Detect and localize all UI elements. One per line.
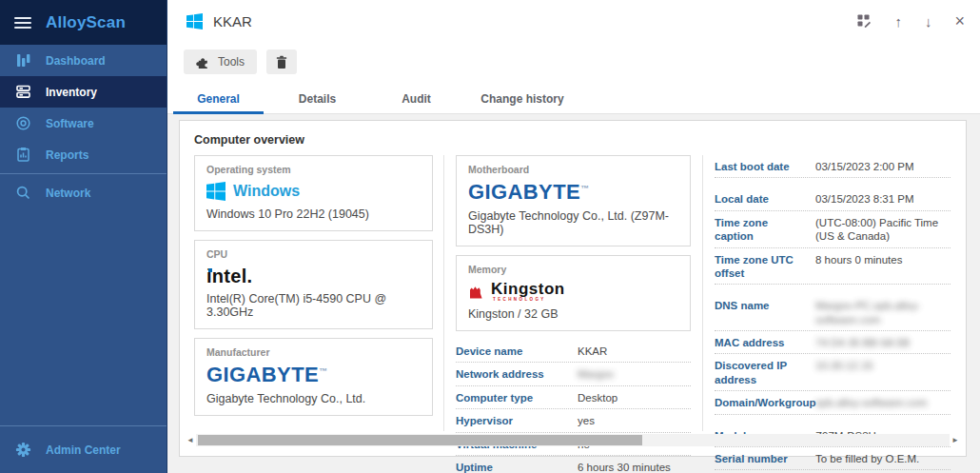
table-row: Hypervisor yes (456, 409, 691, 432)
tools-button-label: Tools (218, 55, 245, 69)
clipboard-chart-icon (15, 147, 31, 163)
details-group-network: DNS name Margov-PC.spb.alloy-software.co… (715, 294, 951, 414)
redacted-value: 74 D4 35 BB 6A 5B (815, 336, 951, 349)
table-row: DNS name Margov-PC.spb.alloy-software.co… (715, 294, 951, 331)
sidebar-item-dashboard[interactable]: Dashboard (0, 45, 167, 76)
manufacturer-text: Gigabyte Technology Co., Ltd. (206, 392, 421, 405)
delete-button[interactable] (266, 49, 297, 74)
tabbar: General Details Audit Change history (167, 84, 980, 114)
memory-text: Kingston / 32 GB (468, 307, 678, 321)
puzzle-icon (196, 55, 210, 69)
sidebar-item-label: Reports (46, 148, 88, 162)
sidebar-item-label: Admin Center (46, 443, 121, 457)
tab-content: Computer overview Operating system Windo… (167, 114, 980, 473)
customize-columns-icon[interactable] (856, 13, 872, 29)
windows-logo-icon (206, 182, 225, 201)
table-row: Network address Margov (456, 363, 691, 385)
table-row: Serial number To be filled by O.E.M. (715, 447, 951, 470)
sidebar-item-inventory[interactable]: Inventory (0, 76, 167, 108)
table-row: Time zone UTC offset 8 hours 0 minutes (715, 248, 951, 286)
card-operating-system: Operating system Windows Windows 10 Pro … (194, 155, 433, 231)
card-memory: Memory Kingston TECHNOLOGY Kingst (456, 255, 691, 331)
kingston-wordmark: Kingston TECHNOLOGY (491, 281, 565, 303)
redacted-value: Margov-PC.spb.alloy-software.com (815, 299, 951, 326)
tab-change-history[interactable]: Change history (470, 84, 575, 113)
table-row: Uptime 6 hours 30 minutes (456, 456, 691, 473)
main-area: KKAR ↑ ↓ × Tools (167, 0, 980, 473)
magnifier-icon (15, 185, 31, 201)
table-row: Last boot date 03/15/2023 2:00 PM (715, 155, 951, 178)
sidebar-item-reports[interactable]: Reports (0, 139, 167, 170)
table-row: Computer type Desktop (456, 386, 691, 409)
server-stack-icon (15, 84, 31, 100)
tools-button[interactable]: Tools (184, 49, 257, 74)
sidebar-item-label: Network (46, 187, 90, 200)
sidebar-item-admin-center[interactable]: Admin Center (0, 425, 167, 473)
device-properties-table: Device name KKAR Network address Margov … (456, 340, 691, 473)
column-right: Last boot date 03/15/2023 2:00 PM Local … (702, 155, 951, 431)
details-group-time: Local date 03/15/2023 8:31 PM Time zone … (715, 187, 951, 285)
sidebar-nav: Dashboard Inventory Software Reports (0, 45, 167, 425)
card-label: Manufacturer (206, 346, 421, 358)
disc-icon (15, 115, 31, 131)
trash-icon (275, 55, 288, 69)
card-manufacturer: Manufacturer GIGABYTE™ Gigabyte Technolo… (194, 338, 433, 416)
column-middle: Motherboard GIGABYTE™ Gigabyte Technolog… (443, 155, 702, 431)
app-brand: AlloyScan (46, 13, 126, 32)
card-label: Motherboard (468, 164, 678, 175)
move-down-icon[interactable]: ↓ (925, 14, 932, 29)
table-row: Domain/Workgroup spb.alloy-software.com (715, 391, 951, 414)
card-cpu: CPU intel. Intel(R) Core(TM) i5-4590 CPU… (194, 240, 433, 329)
table-row: Discovered IP address 10.30.12.15 (715, 354, 951, 391)
record-toolbar: Tools (167, 42, 980, 84)
overview-columns: Operating system Windows Windows 10 Pro … (194, 155, 966, 431)
redacted-value: spb.alloy-software.com (815, 396, 951, 409)
sidebar-item-software[interactable]: Software (0, 108, 167, 139)
scroll-left-icon[interactable]: ◄ (185, 433, 196, 447)
gigabyte-wordmark: GIGABYTE™ (468, 180, 589, 205)
redacted-value: Margov (578, 367, 691, 381)
sidebar-item-label: Inventory (46, 86, 97, 99)
kingston-head-icon (468, 284, 483, 300)
tab-audit[interactable]: Audit (371, 84, 461, 113)
menu-icon[interactable] (14, 17, 31, 29)
sidebar-item-label: Dashboard (46, 54, 106, 68)
table-row: Time zone caption (UTC-08:00) Pacific Ti… (715, 211, 951, 248)
page-title: KKAR (213, 13, 252, 30)
windows-logo-icon (186, 13, 203, 30)
bar-chart-icon (15, 52, 31, 69)
redacted-value: 10.30.12.15 (815, 359, 951, 372)
scrollbar-track[interactable] (196, 434, 950, 446)
sidebar: AlloyScan Dashboard Inventory Software (0, 0, 167, 473)
table-row: Device name KKAR (456, 340, 691, 363)
sidebar-divider (0, 173, 167, 174)
gigabyte-wordmark: GIGABYTE™ (206, 363, 327, 387)
sidebar-item-network[interactable]: Network (0, 177, 167, 208)
windows-wordmark: Windows (233, 183, 300, 200)
table-row: MAC address 74 D4 35 BB 6A 5B (715, 331, 951, 354)
gear-icon (15, 442, 31, 458)
app-window: AlloyScan Dashboard Inventory Software (0, 0, 980, 473)
horizontal-scrollbar: ◄ ► (185, 433, 961, 447)
cpu-text: Intel(R) Core(TM) i5-4590 CPU @ 3.30GHz (206, 292, 421, 319)
os-version-text: Windows 10 Pro 22H2 (19045) (206, 207, 421, 221)
sidebar-header: AlloyScan (0, 0, 167, 45)
section-title: Computer overview (194, 133, 966, 147)
intel-wordmark: intel. (206, 266, 252, 287)
tab-general[interactable]: General (173, 84, 264, 113)
card-motherboard: Motherboard GIGABYTE™ Gigabyte Technolog… (456, 155, 691, 246)
titlebar-actions: ↑ ↓ × (856, 12, 965, 30)
details-group-boot: Last boot date 03/15/2023 2:00 PM (715, 155, 951, 178)
sidebar-item-label: Software (46, 117, 94, 130)
table-row: Local date 03/15/2023 8:31 PM (715, 187, 951, 210)
close-icon[interactable]: × (954, 12, 965, 30)
scroll-right-icon[interactable]: ► (950, 433, 961, 447)
card-label: CPU (206, 248, 421, 260)
move-up-icon[interactable]: ↑ (894, 14, 902, 29)
motherboard-text: Gigabyte Technology Co., Ltd. (Z97M-DS3H… (468, 209, 678, 236)
card-label: Operating system (206, 164, 421, 175)
computer-overview-panel: Computer overview Operating system Windo… (179, 120, 967, 457)
tab-details[interactable]: Details (272, 84, 363, 113)
card-label: Memory (468, 264, 678, 275)
scrollbar-thumb[interactable] (198, 435, 642, 445)
